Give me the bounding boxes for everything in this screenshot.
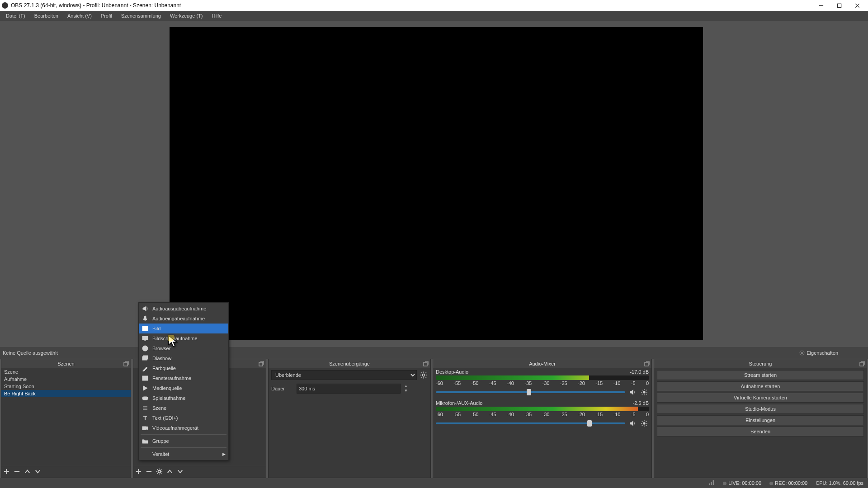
mixer-track: Mikrofon-/AUX-Audio-2.5 dB-60-55-50-45-4…	[433, 399, 651, 431]
source-type-item[interactable]: Audioausgabeaufnahme	[139, 304, 228, 314]
statusbar: LIVE: 00:00:00 REC: 00:00:00 CPU: 1.0%, …	[0, 478, 868, 488]
studio-mode-button[interactable]: Studio-Modus	[657, 404, 864, 414]
svg-rect-5	[124, 362, 127, 366]
svg-point-15	[422, 374, 425, 376]
popout-icon[interactable]	[123, 361, 129, 366]
source-type-item[interactable]: Text (GDI+)	[139, 413, 228, 423]
scene-list[interactable]: Szene Aufnahme Starting Soon Be Right Ba…	[1, 368, 131, 466]
svg-rect-29	[143, 356, 148, 359]
source-type-item[interactable]: Bild	[139, 324, 228, 333]
move-source-up-button[interactable]	[166, 468, 173, 476]
scene-item[interactable]: Be Right Back	[1, 390, 131, 397]
remove-scene-button[interactable]	[14, 468, 20, 476]
menu-label: Bildschirmaufnahme	[152, 336, 198, 341]
source-type-item[interactable]: Videoaufnahmegerät	[139, 423, 228, 433]
start-virtualcam-button[interactable]: Virtuelle Kamera starten	[657, 393, 864, 403]
scenes-header[interactable]: Szenen	[1, 359, 131, 368]
menu-label: Bild	[152, 326, 160, 331]
scenes-toolbar	[1, 466, 131, 478]
speaker-icon[interactable]	[628, 388, 637, 397]
remove-source-button[interactable]	[146, 468, 152, 476]
start-recording-button[interactable]: Aufnahme starten	[657, 381, 864, 391]
minimize-button[interactable]	[812, 0, 830, 11]
menu-label: Farbquelle	[152, 366, 176, 371]
source-type-item[interactable]: Szene	[139, 403, 228, 413]
start-stream-button[interactable]: Stream starten	[657, 370, 864, 380]
settings-button[interactable]: Einstellungen	[657, 415, 864, 425]
popout-icon[interactable]	[423, 361, 429, 366]
svg-rect-19	[860, 362, 863, 366]
svg-rect-21	[711, 482, 712, 485]
menu-edit[interactable]: Bearbeiten	[30, 12, 62, 19]
svg-point-18	[643, 422, 645, 424]
maximize-button[interactable]	[830, 0, 848, 11]
menu-scenecollection[interactable]: Szenensammlung	[117, 12, 165, 19]
scene-item[interactable]: Starting Soon	[1, 383, 131, 390]
brush-icon	[142, 365, 149, 372]
move-scene-down-button[interactable]	[34, 468, 41, 476]
properties-button[interactable]: Eigenschaften	[799, 350, 865, 356]
game-icon	[142, 394, 149, 402]
window-title: OBS 27.1.3 (64-bit, windows) - Profil: U…	[11, 2, 812, 9]
group-item[interactable]: Gruppe	[139, 436, 228, 446]
source-type-item[interactable]: Browser	[139, 343, 228, 353]
mixer-header[interactable]: Audio-Mixer	[433, 359, 651, 368]
menu-tools[interactable]: Werkzeuge (T)	[166, 12, 207, 19]
controls-header[interactable]: Steuerung	[654, 359, 867, 368]
folder-icon	[142, 437, 149, 445]
track-name: Mikrofon-/AUX-Audio	[436, 400, 482, 406]
deprecated-submenu[interactable]: Veraltet▶	[139, 449, 228, 459]
source-type-item[interactable]: Bildschirmaufnahme	[139, 333, 228, 343]
add-scene-button[interactable]	[3, 468, 10, 476]
menu-label: Browser	[152, 346, 170, 351]
menu-profile[interactable]: Profil	[97, 12, 116, 19]
popout-icon[interactable]	[644, 361, 650, 366]
volume-slider[interactable]	[436, 391, 625, 393]
gear-icon[interactable]	[640, 419, 649, 428]
close-button[interactable]	[848, 0, 866, 11]
sources-toolbar	[133, 466, 266, 478]
transition-select[interactable]: Überblende	[271, 370, 417, 380]
popout-icon[interactable]	[859, 361, 865, 366]
scene-item[interactable]: Aufnahme	[1, 375, 131, 383]
exit-button[interactable]: Beenden	[657, 427, 864, 436]
source-type-item[interactable]: Fensteraufnahme	[139, 373, 228, 383]
add-source-button[interactable]	[135, 468, 142, 476]
menu-separator	[141, 434, 226, 435]
menu-view[interactable]: Ansicht (V)	[63, 12, 96, 19]
controls-body: Stream starten Aufnahme starten Virtuell…	[654, 368, 867, 478]
menu-label: Text (GDI+)	[152, 415, 178, 421]
menu-label: Fensteraufnahme	[152, 375, 191, 381]
scenes-dock: Szenen Szene Aufnahme Starting Soon Be R…	[1, 359, 131, 478]
move-scene-up-button[interactable]	[24, 468, 31, 476]
move-source-down-button[interactable]	[177, 468, 184, 476]
volume-slider[interactable]	[436, 422, 625, 424]
popout-icon[interactable]	[259, 361, 264, 366]
source-properties-button[interactable]	[156, 468, 163, 476]
source-type-item[interactable]: Farbquelle	[139, 363, 228, 373]
scene-item[interactable]: Szene	[1, 368, 131, 375]
menu-label: Medienquelle	[152, 385, 182, 391]
gear-icon[interactable]	[640, 388, 649, 397]
menu-help[interactable]: Hilfe	[208, 12, 226, 19]
transitions-header[interactable]: Szenenübergänge	[269, 359, 430, 368]
menu-label: Diashow	[152, 356, 171, 361]
play-icon	[142, 385, 149, 392]
source-type-item[interactable]: Audioeingabeaufnahme	[139, 314, 228, 324]
docks-row: Szenen Szene Aufnahme Starting Soon Be R…	[0, 359, 868, 478]
source-type-item[interactable]: Diashow	[139, 353, 228, 363]
preview-area	[0, 21, 868, 350]
menu-file[interactable]: Datei (F)	[2, 12, 29, 19]
svg-rect-20	[709, 483, 710, 485]
gear-icon[interactable]	[420, 371, 428, 379]
add-source-menu[interactable]: AudioausgabeaufnahmeAudioeingabeaufnahme…	[138, 302, 229, 460]
duration-spinner[interactable]: ▲▼	[403, 384, 409, 393]
transitions-body: Überblende Dauer ▲▼	[269, 368, 430, 478]
network-status-icon	[708, 479, 715, 487]
source-type-item[interactable]: Medienquelle	[139, 383, 228, 393]
preview-canvas[interactable]	[170, 27, 703, 340]
duration-input[interactable]	[297, 384, 401, 394]
speaker-icon[interactable]	[628, 419, 637, 428]
menu-label: Szene	[152, 405, 166, 411]
source-type-item[interactable]: Spielaufnahme	[139, 393, 228, 403]
